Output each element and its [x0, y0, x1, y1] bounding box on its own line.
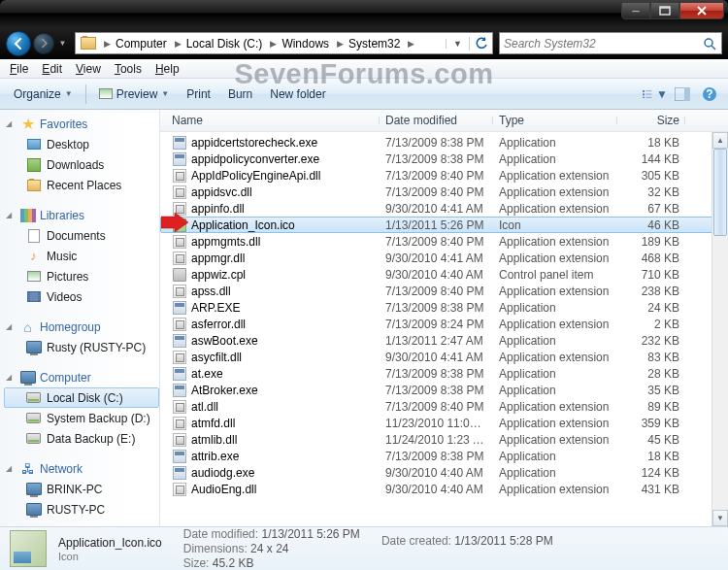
- sidebar-group-favorites[interactable]: ◢★Favorites: [4, 114, 159, 134]
- file-row[interactable]: apss.dll7/13/2009 8:40 PMApplication ext…: [160, 283, 728, 299]
- chevron-right-icon[interactable]: ▶: [267, 39, 280, 49]
- search-box[interactable]: [499, 32, 722, 54]
- sidebar-item-local-disk-c-[interactable]: Local Disk (C:): [4, 387, 159, 408]
- file-row[interactable]: AppIdPolicyEngineApi.dll7/13/2009 8:40 P…: [160, 167, 728, 184]
- sidebar-item-desktop[interactable]: Desktop: [4, 134, 159, 154]
- sidebar-group-homegroup[interactable]: ◢⌂Homegroup: [4, 317, 159, 337]
- column-headers: Name Date modified Type Size: [160, 110, 728, 132]
- nav-buttons: ▼: [6, 31, 69, 56]
- sidebar-item-music[interactable]: ♪Music: [4, 246, 159, 266]
- file-row[interactable]: atmfd.dll11/23/2010 11:04 ...Application…: [160, 415, 728, 431]
- column-type[interactable]: Type: [493, 114, 617, 127]
- menu-file[interactable]: File: [3, 60, 35, 78]
- file-row[interactable]: Application_Icon.ico1/13/2011 5:26 PMIco…: [160, 217, 728, 233]
- file-icon: [172, 251, 187, 266]
- sidebar-item-downloads[interactable]: Downloads: [4, 154, 159, 175]
- breadcrumb-local-disk-c-[interactable]: Local Disk (C:): [184, 33, 268, 53]
- sidebar-item-rusty-rusty-pc-[interactable]: Rusty (RUSTY-PC): [4, 337, 159, 357]
- help-button[interactable]: ?: [697, 83, 722, 106]
- file-row[interactable]: atmlib.dll11/24/2010 1:23 AMApplication …: [160, 431, 728, 448]
- menu-tools[interactable]: Tools: [108, 60, 149, 78]
- main-area: ◢★FavoritesDesktopDownloadsRecent Places…: [0, 110, 728, 526]
- address-dropdown[interactable]: ▼: [446, 39, 469, 49]
- sidebar-item-recent-places[interactable]: Recent Places: [4, 175, 159, 195]
- scroll-up-button[interactable]: ▲: [712, 132, 728, 149]
- breadcrumb-system32[interactable]: System32: [347, 33, 405, 53]
- file-row[interactable]: atl.dll7/13/2009 8:40 PMApplication exte…: [160, 398, 728, 415]
- file-icon: [172, 383, 187, 398]
- view-mode-button[interactable]: ▼: [643, 83, 668, 106]
- new-folder-button[interactable]: New folder: [262, 84, 333, 104]
- file-row[interactable]: ARP.EXE7/13/2009 8:38 PMApplication24 KB: [160, 299, 728, 316]
- breadcrumb-windows[interactable]: Windows: [280, 33, 334, 53]
- file-row[interactable]: AudioEng.dll9/30/2010 4:40 AMApplication…: [160, 481, 728, 497]
- column-name[interactable]: Name: [166, 114, 380, 127]
- file-row[interactable]: at.exe7/13/2009 8:38 PMApplication28 KB: [160, 365, 728, 382]
- file-icon: [172, 184, 187, 200]
- sidebar-item-data-backup-e-[interactable]: Data Backup (E:): [4, 428, 159, 449]
- scroll-down-button[interactable]: ▼: [712, 510, 728, 526]
- sidebar-item-system-backup-d-[interactable]: System Backup (D:): [4, 408, 159, 428]
- file-icon: [172, 449, 187, 464]
- file-row[interactable]: attrib.exe7/13/2009 8:38 PMApplication18…: [160, 448, 728, 464]
- file-row[interactable]: appinfo.dll9/30/2010 4:41 AMApplication …: [160, 200, 728, 217]
- sidebar-item-documents[interactable]: Documents: [4, 225, 159, 246]
- sidebar-group-network[interactable]: ◢🖧Network: [4, 458, 159, 479]
- print-button[interactable]: Print: [179, 84, 218, 104]
- preview-button[interactable]: Preview▼: [91, 84, 178, 104]
- folder-icon: [25, 339, 42, 355]
- preview-pane-button[interactable]: [670, 83, 695, 106]
- file-row[interactable]: appidsvc.dll7/13/2009 8:40 PMApplication…: [160, 184, 728, 200]
- menu-help[interactable]: Help: [149, 60, 186, 78]
- minimize-button[interactable]: ─: [621, 2, 650, 19]
- address-bar[interactable]: ▶Computer▶Local Disk (C:)▶Windows▶System…: [75, 32, 493, 54]
- maximize-button[interactable]: [650, 2, 679, 19]
- chevron-right-icon[interactable]: ▶: [172, 39, 184, 49]
- close-button[interactable]: [679, 2, 724, 19]
- file-row[interactable]: audiodg.exe9/30/2010 4:40 AMApplication1…: [160, 464, 728, 481]
- file-row[interactable]: appmgr.dll9/30/2010 4:41 AMApplication e…: [160, 250, 728, 266]
- navigation-pane: ◢★FavoritesDesktopDownloadsRecent Places…: [0, 110, 160, 526]
- file-row[interactable]: AtBroker.exe7/13/2009 8:38 PMApplication…: [160, 382, 728, 398]
- sidebar-item-rusty-pc[interactable]: RUSTY-PC: [4, 499, 159, 520]
- file-icon: [172, 151, 187, 167]
- file-icon: [172, 284, 187, 299]
- file-row[interactable]: aswBoot.exe1/13/2011 2:47 AMApplication2…: [160, 332, 728, 349]
- search-icon[interactable]: [702, 37, 717, 50]
- vertical-scrollbar[interactable]: ▲ ▼: [711, 132, 728, 526]
- file-row[interactable]: appidpolicyconverter.exe7/13/2009 8:38 P…: [160, 151, 728, 167]
- history-dropdown[interactable]: ▼: [56, 33, 69, 54]
- menu-edit[interactable]: Edit: [35, 60, 69, 78]
- search-input[interactable]: [504, 37, 702, 50]
- star-icon: ★: [19, 116, 36, 132]
- burn-button[interactable]: Burn: [220, 84, 260, 104]
- chevron-right-icon[interactable]: ▶: [405, 39, 417, 49]
- back-button[interactable]: [6, 31, 31, 56]
- file-row[interactable]: appidcertstorecheck.exe7/13/2009 8:38 PM…: [160, 134, 728, 151]
- column-date[interactable]: Date modified: [380, 114, 493, 127]
- forward-button[interactable]: [33, 33, 54, 54]
- homegroup-icon: ⌂: [19, 319, 36, 335]
- column-size[interactable]: Size: [617, 114, 685, 127]
- file-icon: [172, 465, 187, 481]
- file-thumbnail: [10, 530, 47, 567]
- file-row[interactable]: appwiz.cpl9/30/2010 4:40 AMControl panel…: [160, 266, 728, 283]
- file-row[interactable]: asferror.dll7/13/2009 8:24 PMApplication…: [160, 316, 728, 332]
- sidebar-item-videos[interactable]: Videos: [4, 286, 159, 307]
- sidebar-group-computer[interactable]: ◢Computer: [4, 367, 159, 387]
- folder-icon: [25, 410, 42, 426]
- chevron-right-icon[interactable]: ▶: [101, 39, 114, 49]
- sidebar-item-brink-pc[interactable]: BRINK-PC: [4, 479, 159, 499]
- menu-view[interactable]: View: [69, 60, 108, 78]
- scroll-thumb[interactable]: [713, 149, 727, 236]
- sidebar-item-pictures[interactable]: Pictures: [4, 266, 159, 286]
- file-row[interactable]: asycfilt.dll9/30/2010 4:41 AMApplication…: [160, 349, 728, 365]
- breadcrumb-computer[interactable]: Computer: [114, 33, 172, 53]
- organize-button[interactable]: Organize▼: [6, 84, 81, 104]
- sidebar-group-libraries[interactable]: ◢Libraries: [4, 205, 159, 225]
- chevron-right-icon[interactable]: ▶: [334, 39, 347, 49]
- svg-rect-4: [643, 89, 645, 91]
- file-row[interactable]: appmgmts.dll7/13/2009 8:40 PMApplication…: [160, 233, 728, 250]
- computer-icon: [19, 369, 36, 386]
- refresh-button[interactable]: [469, 37, 492, 50]
